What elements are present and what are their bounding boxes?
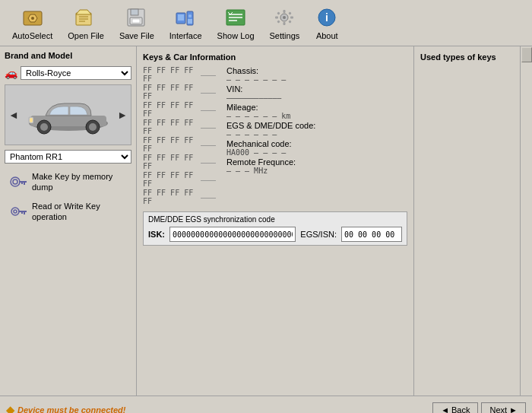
svg-rect-50 [24,212,25,214]
key-hex-1: FF FF FF FF FF [143,84,196,100]
car-brand-icon: 🚗 [5,67,17,79]
left-panel: Brand and Model 🚗 Rolls-Royce ◄ [0,46,137,396]
dme-title: DME/DDE EGS synchronization code [148,215,402,224]
settings-button[interactable]: Settings [264,3,306,43]
key-dash-3: —— [201,123,214,132]
back-button[interactable]: ◄ Back [432,402,478,414]
car-image-area: ◄ ► [5,84,131,145]
showlog-label: Show Log [217,31,255,40]
mileage-field: Mileage: — — — — — — km [226,103,407,120]
mechanical-value: HA000 — — — — [226,148,407,157]
svg-rect-24 [283,10,286,13]
svg-rect-12 [132,19,140,23]
svg-rect-30 [277,20,280,23]
dme-row: ISK: EGS/ISN: [148,227,402,242]
isk-input[interactable] [169,227,296,242]
egs-dme-label: EGS & DME/DDE code: [226,121,407,130]
keys-column: FF FF FF FF FF —— FF FF FF FF FF —— FF F… [143,66,226,205]
openfile-label: Open File [68,31,104,40]
table-row: FF FF FF FF FF —— [143,119,226,135]
interface-icon [173,5,198,30]
key-hex-6: FF FF FF FF FF [143,171,196,188]
savefile-button[interactable]: Save File [113,3,160,43]
key-dash-0: —— [201,71,214,79]
remote-freq-label: Remote Frequnce: [226,157,407,167]
about-icon: i [315,5,339,30]
svg-rect-28 [277,11,280,14]
egs-dme-value: — — — — — — [226,130,407,138]
chassis-value: — — — — — — — [226,75,407,84]
svg-text:i: i [325,11,328,24]
svg-rect-26 [275,17,278,19]
savefile-label: Save File [119,31,154,40]
panels-row: Keys & Car Information FF FF FF FF FF ——… [137,46,532,396]
mechanical-field: Mechanical code: HA000 — — — — [226,139,407,157]
savefile-icon [125,5,149,30]
svg-rect-25 [283,22,286,25]
egs-dme-field: EGS & DME/DDE code: — — — — — — [226,121,407,138]
remote-freq-value: — — — MHz [226,167,407,175]
svg-point-42 [11,177,20,186]
svg-rect-49 [18,211,27,212]
scrollbar-area[interactable] [520,46,532,396]
table-row: FF FF FF FF FF —— [143,66,226,83]
status-message: ◆ Device must be connected! [6,404,125,414]
brand-select-row: 🚗 Rolls-Royce [5,66,131,80]
svg-rect-44 [19,181,27,183]
main-content: Brand and Model 🚗 Rolls-Royce ◄ [0,46,532,396]
svg-point-47 [11,208,19,215]
prev-car-button[interactable]: ◄ [7,109,21,121]
make-key-button[interactable]: Make Key by memory dump [5,168,131,196]
key-hex-4: FF FF FF FF FF [143,136,196,153]
svg-point-43 [13,179,17,184]
used-keys-panel: Used types of keys [413,46,520,396]
remote-freq-field: Remote Frequnce: — — — MHz [226,157,407,175]
key-hex-2: FF FF FF FF FF [143,101,196,118]
status-bar: ◆ Device must be connected! ◄ Back Next … [0,396,532,413]
table-row: FF FF FF FF FF —— [143,136,226,153]
fields-column: Chassis: — — — — — — — VIN: ————————————… [226,66,407,205]
table-row: FF FF FF FF FF —— [143,101,226,118]
table-row: FF FF FF FF FF —— [143,154,226,170]
key-hex-0: FF FF FF FF FF [143,66,196,83]
svg-rect-51 [21,212,23,214]
next-button[interactable]: Next ► [481,402,526,414]
isk-label: ISK: [148,230,165,239]
read-write-key-label: Read or Write Key operation [32,201,127,223]
brand-dropdown[interactable]: Rolls-Royce [21,66,131,80]
key-rows: FF FF FF FF FF —— FF FF FF FF FF —— FF F… [143,66,226,205]
next-icon: ► [509,405,518,414]
used-keys-title: Used types of keys [420,52,514,62]
vin-label: VIN: [226,84,407,94]
key-memory-icon [9,174,27,189]
svg-point-23 [283,16,286,19]
mechanical-label: Mechanical code: [226,139,407,148]
svg-point-48 [14,210,17,213]
svg-rect-31 [289,20,292,23]
read-write-key-button[interactable]: Read or Write Key operation [5,198,131,226]
egs-isn-label: EGS/ISN: [300,230,337,239]
svg-point-3 [31,17,34,20]
vin-value: ———————————— [226,94,407,102]
key-hex-5: FF FF FF FF FF [143,154,196,170]
next-car-button[interactable]: ► [116,109,129,121]
make-key-label: Make Key by memory dump [32,171,127,193]
openfile-button[interactable]: Open File [62,3,110,43]
interface-label: Interface [169,31,202,40]
status-buttons: ◄ Back Next ► [432,402,526,414]
showlog-button[interactable]: Show Log [211,3,261,43]
brand-model-label: Brand and Model [5,51,131,60]
settings-label: Settings [270,31,300,40]
chassis-field: Chassis: — — — — — — — [226,66,407,84]
center-panel: Keys & Car Information FF FF FF FF FF ——… [137,46,413,396]
about-button[interactable]: i About [309,3,345,43]
svg-point-41 [30,118,33,122]
autoselect-button[interactable]: AutoSelect [6,3,59,43]
keys-info-container: FF FF FF FF FF —— FF FF FF FF FF —— FF F… [143,66,407,205]
model-dropdown[interactable]: Phantom RR1 [5,150,131,164]
interface-button[interactable]: Interface [163,3,208,43]
egs-isn-input[interactable] [341,227,402,242]
back-icon: ◄ [441,405,449,414]
svg-marker-5 [76,10,91,14]
svg-point-39 [89,123,97,131]
